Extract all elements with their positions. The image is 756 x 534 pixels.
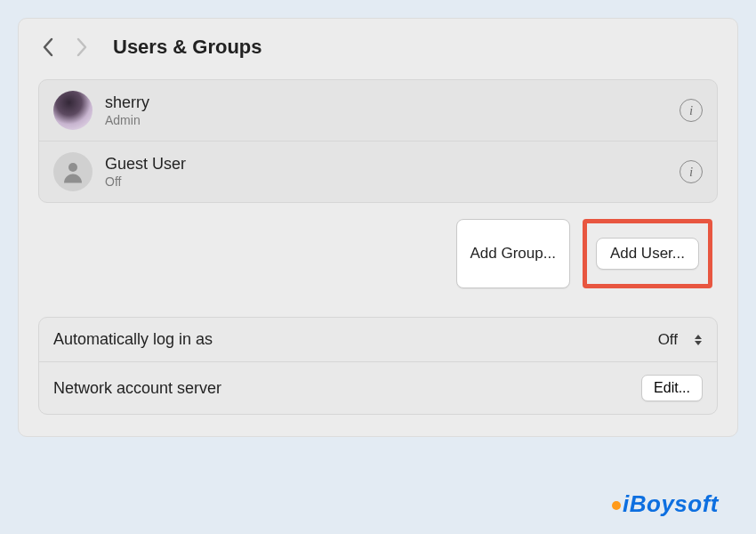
page-title: Users & Groups bbox=[113, 36, 262, 59]
user-role: Admin bbox=[105, 113, 667, 127]
auto-login-label: Automatically log in as bbox=[53, 330, 646, 349]
brand-dot-icon bbox=[612, 501, 621, 510]
user-meta: Guest User Off bbox=[105, 155, 667, 189]
auto-login-row: Automatically log in as Off bbox=[39, 318, 717, 361]
auto-login-value: Off bbox=[658, 331, 678, 349]
back-button[interactable] bbox=[38, 35, 58, 60]
chevron-right-icon bbox=[76, 37, 88, 57]
user-name: Guest User bbox=[105, 155, 667, 174]
network-server-label: Network account server bbox=[53, 379, 629, 398]
nav-header: Users & Groups bbox=[38, 35, 718, 60]
user-row[interactable]: sherry Admin i bbox=[39, 80, 717, 141]
brand-watermark: iBoysoft bbox=[612, 490, 719, 518]
user-status: Off bbox=[105, 174, 667, 189]
login-settings-list: Automatically log in as Off Network acco… bbox=[38, 317, 718, 415]
edit-network-server-button[interactable]: Edit... bbox=[641, 375, 703, 401]
svg-point-0 bbox=[68, 163, 77, 172]
info-icon: i bbox=[689, 165, 693, 180]
brand-text: iBoysoft bbox=[623, 490, 719, 517]
info-button[interactable]: i bbox=[680, 99, 703, 122]
network-server-row: Network account server Edit... bbox=[39, 361, 717, 414]
info-button[interactable]: i bbox=[680, 160, 703, 183]
settings-panel: Users & Groups sherry Admin i Guest Us bbox=[18, 18, 738, 437]
add-group-button[interactable]: Add Group... bbox=[456, 219, 570, 288]
chevron-down-icon bbox=[694, 340, 703, 346]
info-icon: i bbox=[689, 103, 693, 118]
chevron-up-icon bbox=[694, 334, 703, 340]
user-meta: sherry Admin bbox=[105, 93, 667, 127]
add-user-button[interactable]: Add User... bbox=[596, 238, 699, 270]
annotation-highlight: Add User... bbox=[583, 219, 712, 288]
user-list: sherry Admin i Guest User Off i bbox=[38, 79, 718, 203]
avatar bbox=[53, 152, 92, 191]
user-row[interactable]: Guest User Off i bbox=[39, 141, 717, 202]
avatar bbox=[53, 91, 92, 130]
forward-button[interactable] bbox=[72, 35, 92, 60]
person-icon bbox=[60, 158, 86, 185]
auto-login-dropdown[interactable] bbox=[694, 334, 703, 346]
action-button-row: Add Group... Add User... bbox=[38, 219, 718, 288]
chevron-left-icon bbox=[42, 37, 54, 57]
user-name: sherry bbox=[105, 93, 667, 113]
